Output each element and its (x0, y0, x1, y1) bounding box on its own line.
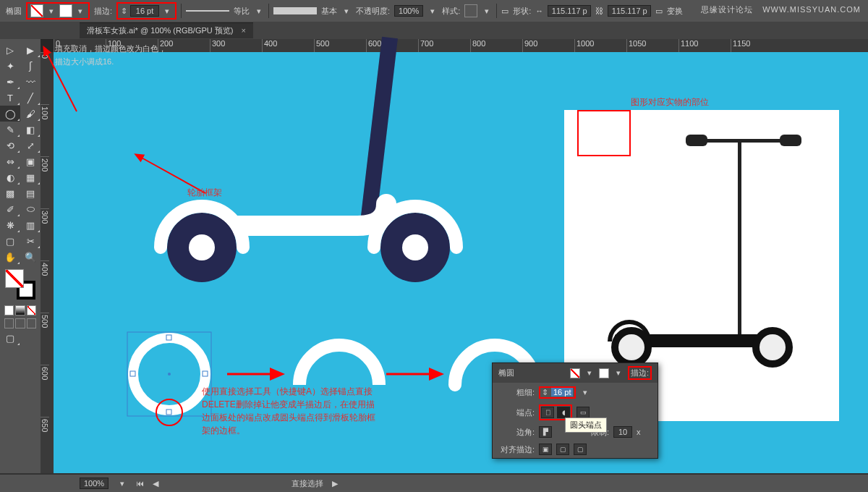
fill-stroke-indicator[interactable] (5, 269, 35, 300)
link-wh-icon[interactable]: ⛓ (595, 7, 603, 15)
nav-prev-icon[interactable]: ◀ (153, 479, 158, 488)
draw-inside-button[interactable] (27, 318, 36, 328)
svg-rect-11 (166, 410, 171, 415)
zoom-input[interactable]: 100% (80, 478, 109, 489)
nav-first-icon[interactable]: ⏮ (136, 479, 144, 488)
transform-label: 变换 (667, 6, 683, 17)
limit-x: x (637, 428, 641, 436)
tab-close-button[interactable]: × (242, 26, 246, 35)
graphic-style-dropdown[interactable]: ▾ (482, 4, 492, 17)
blend-tool[interactable]: ⬭ (20, 201, 41, 217)
profile-preview[interactable] (186, 10, 229, 12)
stroke-weight-dropdown[interactable]: ▾ (162, 4, 172, 17)
stroke-panel[interactable]: 椭圆 ▾ ▾ 描边: 粗细: ⇕ 16 pt ▾ (492, 362, 658, 459)
selection-tool[interactable]: ▷ (0, 42, 20, 58)
profile-dropdown[interactable]: ▾ (254, 4, 264, 17)
width-input[interactable]: 115.117 p (548, 5, 591, 17)
align-icon[interactable]: ▭ (501, 7, 509, 16)
shaper-tool[interactable]: ✎ (0, 122, 20, 137)
scale-tool[interactable]: ⤢ (20, 137, 41, 153)
gradient-tool[interactable]: ▤ (20, 185, 41, 201)
graphic-style-swatch[interactable] (464, 4, 477, 17)
eraser-tool[interactable]: ◧ (20, 122, 41, 137)
magic-wand-tool[interactable]: ✦ (0, 58, 20, 74)
paintbrush-tool[interactable]: 🖌 (20, 106, 41, 122)
stroke-swatch[interactable] (59, 4, 72, 17)
brush-preview[interactable] (273, 7, 317, 14)
fill-indicator[interactable] (5, 269, 24, 288)
svg-point-9 (168, 373, 171, 376)
width-tool[interactable]: ⇔ (0, 153, 20, 169)
shape-name: 椭圆 (6, 6, 22, 17)
fill-dropdown[interactable]: ▾ (46, 4, 56, 17)
align-inside-button[interactable]: ▢ (556, 444, 569, 455)
corner-label: 边角: (498, 427, 535, 438)
zoom-dropdown[interactable]: ▾ (117, 477, 127, 490)
curvature-tool[interactable]: 〰 (20, 74, 41, 90)
toolbox: ▷▶ ✦ʃ ✒〰 T╱ ◯🖌 ✎◧ ⟲⤢ ⇔▣ ◐▦ ▩▤ ✐⬭ ❋▥ ▢✂ ✋… (0, 39, 41, 473)
align-center-button[interactable]: ▣ (539, 444, 552, 455)
stroke-panel-header[interactable]: 椭圆 ▾ ▾ 描边: (493, 363, 658, 383)
zoom-tool[interactable]: 🔍 (20, 249, 41, 265)
panel-stroke-dropdown[interactable]: ▾ (613, 367, 624, 380)
ruler-tick: 300 (41, 208, 49, 260)
stroke-weight-input[interactable]: 16 pt (130, 5, 159, 17)
shape-builder-tool[interactable]: ◐ (0, 169, 20, 185)
stepper-icon[interactable]: ⇕ (542, 388, 548, 397)
pen-tool[interactable]: ✒ (0, 74, 20, 90)
color-mode-button[interactable] (4, 305, 14, 315)
hand-tool[interactable]: ✋ (0, 249, 20, 265)
weight-input[interactable]: 16 pt (551, 388, 573, 396)
tooltip: 圆头端点 (565, 417, 607, 433)
mesh-tool[interactable]: ▩ (0, 185, 20, 201)
screen-mode-button[interactable]: ▢ (0, 330, 20, 346)
width-link-icon[interactable]: ↔ (535, 7, 543, 15)
lasso-tool[interactable]: ʃ (20, 58, 41, 74)
status-bar: 100% ▾ ⏮ ◀ 直接选择 ▶ (0, 475, 868, 492)
nav-next-icon[interactable]: ▶ (332, 479, 338, 488)
rotate-tool[interactable]: ⟲ (0, 137, 20, 153)
type-tool[interactable]: T (0, 90, 20, 106)
gradient-mode-button[interactable] (15, 305, 25, 315)
fill-swatch[interactable] (30, 4, 43, 17)
panel-fill-dropdown[interactable]: ▾ (584, 367, 595, 380)
opacity-dropdown[interactable]: ▾ (427, 4, 438, 17)
artboard-tool[interactable]: ▢ (0, 233, 20, 249)
symbol-sprayer-tool[interactable]: ❋ (0, 217, 20, 233)
style-label: 基本 (321, 6, 337, 17)
ruler-tick: 500 (41, 313, 49, 365)
opacity-input[interactable]: 100% (394, 5, 423, 17)
height-input[interactable]: 115.117 p (608, 5, 651, 17)
free-transform-tool[interactable]: ▣ (20, 153, 41, 169)
cap-projecting-button[interactable]: ▭ (576, 407, 590, 418)
weight-dropdown[interactable]: ▾ (580, 386, 590, 399)
artboard[interactable]: 填充取消，描边颜色改为白色， 描边大小调成16. 轮胎框架 (54, 52, 868, 473)
brush-dropdown[interactable]: ▾ (341, 4, 352, 17)
direct-selection-tool[interactable]: ▶ (20, 42, 41, 58)
panel-stroke-swatch[interactable] (599, 368, 609, 378)
shape-options-icon[interactable]: ▭ (655, 7, 663, 16)
ruler-tick: 1150 (731, 39, 783, 52)
ellipse-tool[interactable]: ◯ (0, 106, 20, 122)
perspective-tool[interactable]: ▦ (20, 169, 41, 185)
document-tab[interactable]: 滑板车女孩.ai* @ 100% (RGB/GPU 预览) × (80, 22, 253, 38)
annotation-arrow (133, 150, 220, 208)
stepper-icon[interactable]: ⇕ (121, 7, 127, 16)
cap-butt-button[interactable]: ⎕ (541, 407, 554, 418)
line-tool[interactable]: ╱ (20, 90, 41, 106)
limit-input[interactable]: 10 (613, 426, 632, 438)
draw-behind-button[interactable] (15, 318, 25, 328)
panel-fill-swatch[interactable] (570, 368, 580, 378)
align-outside-button[interactable]: ▢ (574, 444, 587, 455)
cap-round-button[interactable]: ◖ (557, 407, 570, 418)
corner-miter-button[interactable]: ▛ (539, 426, 552, 438)
stroke-dropdown[interactable]: ▾ (75, 4, 85, 17)
slice-tool[interactable]: ✂ (20, 233, 41, 249)
fill-stroke-group-highlight: ▾ ▾ (26, 2, 90, 20)
draw-normal-button[interactable] (4, 318, 14, 328)
none-mode-button[interactable] (27, 305, 36, 315)
column-graph-tool[interactable]: ▥ (20, 217, 41, 233)
stroke-weight-highlight: ⇕ 16 pt ▾ (116, 2, 176, 20)
weight-label: 粗细: (498, 387, 535, 398)
eyedropper-tool[interactable]: ✐ (0, 201, 20, 217)
